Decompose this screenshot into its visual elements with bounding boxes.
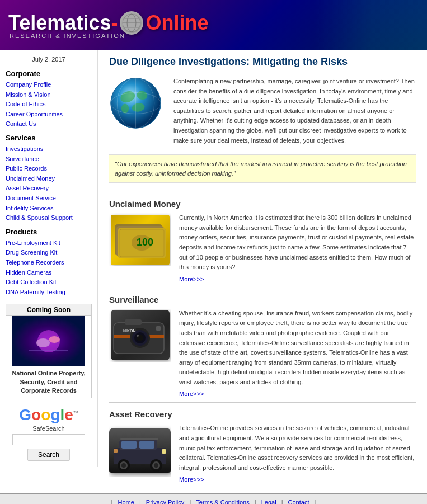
google-o1: o bbox=[31, 406, 41, 423]
sidebar-link-telephone-recorders[interactable]: Telephone Recorders bbox=[6, 258, 92, 268]
safe-search-label: SafeSearch bbox=[6, 425, 92, 432]
google-o2: o bbox=[41, 406, 50, 423]
sep2: | bbox=[139, 499, 141, 504]
svg-rect-35 bbox=[125, 319, 142, 325]
sidebar-link-asset-recovery[interactable]: Asset Recovery bbox=[6, 183, 92, 194]
intro-section: Contemplating a new partnership, marriag… bbox=[109, 77, 416, 145]
unclaimed-money-section: Unclaimed Money 100 bbox=[109, 192, 416, 283]
money-icon: 100 bbox=[111, 215, 170, 265]
footer-link-home[interactable]: Home bbox=[118, 499, 134, 504]
money-image: 100 bbox=[109, 213, 171, 266]
sep6: | bbox=[315, 499, 316, 504]
footer-link-legal[interactable]: Legal bbox=[261, 499, 276, 504]
asset-recovery-more-link[interactable]: More>>> bbox=[179, 476, 204, 483]
site-header: Telematics - Online RESEARCH & INVESTIGA… bbox=[0, 0, 427, 50]
google-l: l bbox=[60, 406, 64, 423]
sidebar-link-unclaimed-money[interactable]: Unclaimed Money bbox=[6, 174, 92, 184]
logo-subtitle: RESEARCH & INVESTIGATION bbox=[10, 32, 125, 39]
unclaimed-money-text: Currently, in North America it is estima… bbox=[179, 213, 416, 272]
sidebar-link-company-profile[interactable]: Company Profile bbox=[6, 80, 92, 90]
logo-telematics: Telematics bbox=[8, 11, 111, 35]
search-button[interactable]: Search bbox=[27, 449, 70, 461]
products-links: Pre-Employment Kit Drug Screening Kit Te… bbox=[6, 238, 92, 298]
svg-text:NIKON: NIKON bbox=[123, 329, 136, 333]
quote-box: "Our experiences have demonstrated that … bbox=[109, 154, 416, 183]
svg-point-8 bbox=[49, 336, 60, 343]
sep3: | bbox=[189, 499, 191, 504]
main-layout: July 2, 2017 Corporate Company Profile M… bbox=[0, 50, 427, 493]
globe-image bbox=[109, 77, 165, 145]
search-input[interactable] bbox=[12, 434, 85, 445]
sep5: | bbox=[281, 499, 283, 504]
footer-link-contact[interactable]: Contact bbox=[288, 499, 309, 504]
asset-recovery-title: Asset Recovery bbox=[109, 409, 416, 419]
unclaimed-money-more-link[interactable]: More>>> bbox=[179, 276, 204, 282]
surveillance-content: Whether it's a cheating spouse, insuranc… bbox=[179, 309, 416, 398]
svg-rect-9 bbox=[29, 350, 68, 351]
google-e: e bbox=[64, 406, 73, 423]
suv-image bbox=[109, 423, 171, 477]
sidebar-link-preemployment[interactable]: Pre-Employment Kit bbox=[6, 238, 92, 248]
sidebar-link-drug-screening[interactable]: Drug Screening Kit bbox=[6, 248, 92, 258]
sidebar-link-infidelity[interactable]: Infidelity Services bbox=[6, 204, 92, 214]
footer-nav: | Home | Privacy Policy | Terms & Condit… bbox=[0, 499, 427, 504]
svg-point-36 bbox=[156, 326, 161, 331]
sidebar-link-document-service[interactable]: Document Service bbox=[6, 194, 92, 204]
google-g2: g bbox=[50, 406, 60, 423]
svg-point-47 bbox=[154, 463, 158, 468]
svg-rect-49 bbox=[114, 449, 118, 453]
sidebar-link-mission[interactable]: Mission & Vision bbox=[6, 90, 92, 100]
sidebar-link-surveillance[interactable]: Surveillance bbox=[6, 154, 92, 164]
google-tm: ™ bbox=[73, 410, 78, 416]
sidebar-link-investigations[interactable]: Investigations bbox=[6, 144, 92, 154]
svg-point-14 bbox=[121, 103, 129, 113]
sidebar-link-debt-collection[interactable]: Debt Collection Kit bbox=[6, 277, 92, 288]
sidebar-section-corporate: Corporate bbox=[6, 69, 92, 78]
suv-icon bbox=[109, 428, 171, 473]
svg-point-34 bbox=[137, 335, 139, 337]
camera-icon: NIKON bbox=[111, 310, 170, 360]
google-logo: Google™ bbox=[6, 406, 92, 424]
asset-recovery-section: Asset Recovery bbox=[109, 402, 416, 483]
svg-rect-50 bbox=[120, 438, 158, 440]
google-search-box: Google™ SafeSearch Search bbox=[6, 406, 92, 461]
asset-recovery-content: Telematics-Online provides services in t… bbox=[179, 423, 416, 483]
footer-link-privacy[interactable]: Privacy Policy bbox=[146, 499, 184, 504]
sidebar-link-dna[interactable]: DNA Paternity Testing bbox=[6, 288, 92, 298]
logo-online: Online bbox=[146, 11, 208, 35]
unclaimed-money-layout: 100 Currently, in North America it is es… bbox=[109, 213, 416, 283]
sidebar-link-child-spousal[interactable]: Child & Spousal Support bbox=[6, 213, 92, 223]
sidebar: July 2, 2017 Corporate Company Profile M… bbox=[0, 50, 98, 467]
surveillance-title: Surveillance bbox=[109, 295, 416, 304]
unclaimed-money-title: Unclaimed Money bbox=[109, 199, 416, 209]
sep1: | bbox=[111, 499, 113, 504]
coming-soon-image bbox=[12, 316, 85, 366]
unclaimed-money-content: Currently, in North America it is estima… bbox=[179, 213, 416, 283]
surveillance-layout: NIKON Whether it's a cheating spouse, in… bbox=[109, 309, 416, 398]
svg-text:100: 100 bbox=[137, 237, 153, 248]
sidebar-link-careers[interactable]: Career Opportunities bbox=[6, 110, 92, 120]
svg-rect-48 bbox=[162, 449, 166, 454]
logo-dash: - bbox=[111, 11, 118, 35]
svg-point-7 bbox=[36, 338, 50, 347]
sidebar-link-ethics[interactable]: Code of Ethics bbox=[6, 100, 92, 110]
surveillance-more-link[interactable]: More>>> bbox=[179, 390, 204, 397]
logo-container: Telematics - Online RESEARCH & INVESTIGA… bbox=[8, 11, 208, 39]
footer-link-terms[interactable]: Terms & Conditions bbox=[196, 499, 249, 504]
services-links: Investigations Surveillance Public Recor… bbox=[6, 144, 92, 223]
logo-globe-icon bbox=[120, 11, 143, 35]
asset-recovery-layout: Telematics-Online provides services in t… bbox=[109, 423, 416, 483]
coming-soon-box: Coming Soon bbox=[6, 304, 92, 398]
asset-recovery-text: Telematics-Online provides services in t… bbox=[179, 423, 416, 473]
camera-image: NIKON bbox=[109, 309, 171, 362]
quote-text: "Our experiences have demonstrated that … bbox=[115, 161, 407, 177]
sidebar-link-contact[interactable]: Contact Us bbox=[6, 119, 92, 129]
sidebar-date: July 2, 2017 bbox=[6, 56, 92, 63]
sidebar-link-hidden-cameras[interactable]: Hidden Cameras bbox=[6, 268, 92, 278]
svg-point-44 bbox=[121, 463, 126, 468]
svg-rect-41 bbox=[139, 441, 154, 449]
sidebar-link-public-records[interactable]: Public Records bbox=[6, 164, 92, 174]
page-title: Due Diligence Investigations: Mitigating… bbox=[109, 56, 416, 70]
intro-text: Contemplating a new partnership, marriag… bbox=[173, 77, 416, 145]
sep4: | bbox=[255, 499, 256, 504]
